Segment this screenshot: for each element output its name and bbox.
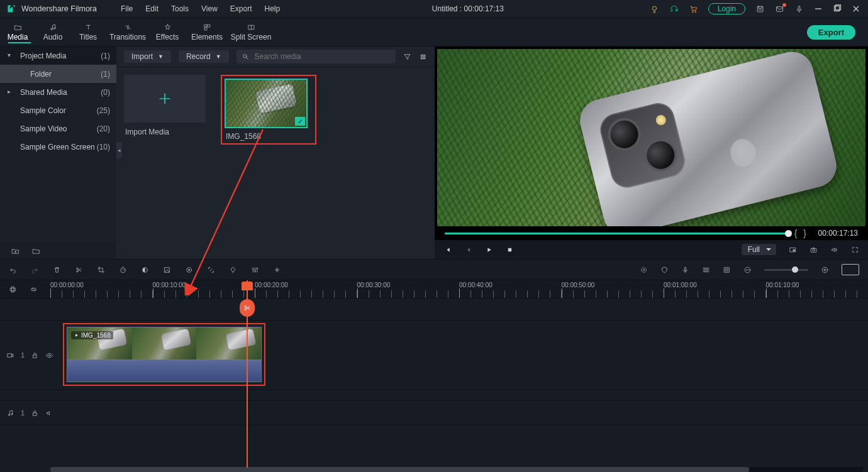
sidebar-item-sample-video[interactable]: Sample Video (20)	[0, 119, 116, 138]
detach-audio-button[interactable]	[207, 266, 215, 274]
timeline-ruler[interactable]: 00:00:00:00 00:00:10:00 00:00:20:00 00:0…	[0, 280, 868, 299]
lock-icon[interactable]	[31, 409, 39, 417]
timeline-hscroll-thumb[interactable]	[50, 467, 749, 472]
render-button[interactable]	[640, 266, 648, 274]
sidebar-item-shared-media[interactable]: ▸ Shared Media (0)	[0, 83, 116, 101]
import-media-tile[interactable]: Import Media	[124, 75, 206, 136]
menu-help[interactable]: Help	[258, 4, 286, 13]
svg-rect-10	[204, 28, 207, 30]
collapse-handle[interactable]: ◂	[116, 142, 122, 158]
sidebar-item-folder[interactable]: Folder (1)	[0, 65, 116, 83]
ruler-label: 00:00:00:00	[50, 282, 84, 288]
import-dropdown[interactable]: Import▼	[124, 50, 171, 63]
tab-titles[interactable]: Titles	[70, 21, 106, 44]
media-search[interactable]	[236, 50, 396, 63]
voice-icon[interactable]	[794, 4, 804, 14]
zoom-fit-button[interactable]	[842, 264, 859, 275]
audio-sync-button[interactable]	[273, 266, 281, 274]
speed-button[interactable]	[119, 266, 127, 274]
mixer-button[interactable]	[251, 266, 259, 274]
tab-media-label: Media	[0, 33, 35, 41]
save-icon[interactable]	[755, 4, 765, 14]
sidebar-item-sample-green[interactable]: Sample Green Screen (10)	[0, 138, 116, 156]
tips-icon[interactable]	[650, 4, 659, 14]
audio-track[interactable]: 1	[0, 401, 868, 425]
preview-quality-dropdown[interactable]: Full	[742, 244, 776, 255]
tab-elements[interactable]: Elements	[185, 21, 229, 44]
zoom-in-button[interactable]	[821, 266, 829, 274]
cart-icon[interactable]	[689, 4, 698, 14]
snapshot-icon[interactable]	[810, 246, 818, 254]
prev-frame-button[interactable]	[443, 246, 452, 254]
mark-out-icon[interactable]: }	[803, 228, 806, 238]
filter-icon[interactable]	[403, 53, 411, 61]
menu-edit[interactable]: Edit	[139, 4, 165, 13]
greenscreen-button[interactable]	[163, 266, 171, 274]
mark-in-icon[interactable]: {	[794, 228, 798, 238]
safe-zone-button[interactable]	[660, 266, 669, 274]
zoom-out-button[interactable]	[743, 266, 752, 274]
media-clip-tile[interactable]: ✓ IMG_1568	[225, 79, 313, 141]
clip-label: IMG_1568	[225, 132, 313, 141]
login-button[interactable]: Login	[708, 3, 745, 14]
timeline-clip[interactable]: IMG_1568	[67, 327, 262, 382]
tab-transitions[interactable]: Transitions	[106, 21, 150, 44]
color-button[interactable]	[141, 266, 149, 274]
delete-button[interactable]	[53, 266, 61, 274]
voiceover-button[interactable]	[681, 266, 689, 274]
play-button[interactable]	[485, 246, 493, 254]
svg-point-20	[423, 58, 424, 59]
maximize-button[interactable]	[833, 4, 842, 13]
tab-media[interactable]: Media	[0, 21, 35, 44]
preview-scrubber[interactable]	[445, 233, 788, 234]
record-dropdown[interactable]: Record▼	[179, 50, 229, 63]
media-toolbar: Import▼ Record▼	[116, 47, 435, 67]
visibility-icon[interactable]	[45, 351, 53, 359]
ripple-toggle-icon[interactable]	[9, 285, 17, 294]
minimize-button[interactable]	[814, 4, 823, 13]
menu-file[interactable]: File	[114, 4, 139, 13]
mute-icon[interactable]	[45, 409, 53, 417]
new-folder-icon[interactable]	[11, 247, 19, 255]
lock-icon[interactable]	[31, 351, 39, 359]
tab-audio[interactable]: Audio	[35, 21, 70, 44]
support-icon[interactable]	[669, 4, 679, 14]
playhead-handle[interactable]	[242, 282, 253, 290]
tab-splitscreen[interactable]: Split Screen	[229, 21, 273, 44]
preview-viewport[interactable]	[437, 49, 865, 226]
sidebar-item-sample-color[interactable]: Sample Color (25)	[0, 101, 116, 119]
redo-button[interactable]	[31, 266, 39, 274]
stop-button[interactable]	[506, 246, 514, 254]
menu-tools[interactable]: Tools	[165, 4, 195, 13]
sidebar-label: Sample Green Screen	[20, 143, 95, 151]
svg-point-17	[423, 56, 424, 57]
folder-icon[interactable]	[32, 247, 40, 255]
zoom-slider[interactable]	[764, 269, 808, 271]
snap-button[interactable]	[723, 266, 731, 274]
grid-view-icon[interactable]	[419, 53, 427, 61]
volume-icon[interactable]	[830, 246, 838, 254]
timeline-hscroll[interactable]	[50, 467, 863, 472]
link-toggle-icon[interactable]	[30, 285, 38, 294]
menu-view[interactable]: View	[195, 4, 224, 13]
sidebar-item-project-media[interactable]: ▾ Project Media (1)	[0, 47, 116, 65]
keyframe-button[interactable]	[185, 266, 193, 274]
export-button[interactable]: Export	[807, 25, 855, 40]
tab-effects[interactable]: Effects	[150, 21, 185, 44]
track-manager-button[interactable]	[702, 266, 710, 274]
crop-button[interactable]	[97, 266, 105, 274]
messages-icon[interactable]	[775, 4, 784, 14]
undo-button[interactable]	[9, 266, 17, 274]
playhead-scissors[interactable]	[240, 299, 255, 317]
clip-thumbnail: ✓	[225, 79, 308, 128]
pip-icon[interactable]	[789, 246, 797, 254]
close-button[interactable]	[852, 4, 860, 13]
menu-export[interactable]: Export	[224, 4, 259, 13]
search-input[interactable]	[253, 52, 391, 62]
marker-button[interactable]	[229, 266, 237, 274]
step-back-button[interactable]	[464, 246, 472, 254]
split-button[interactable]	[75, 266, 83, 274]
video-track[interactable]: 1 IMG_1568	[0, 321, 868, 390]
sidebar-count: (1)	[101, 70, 110, 79]
fullscreen-icon[interactable]	[851, 246, 859, 254]
